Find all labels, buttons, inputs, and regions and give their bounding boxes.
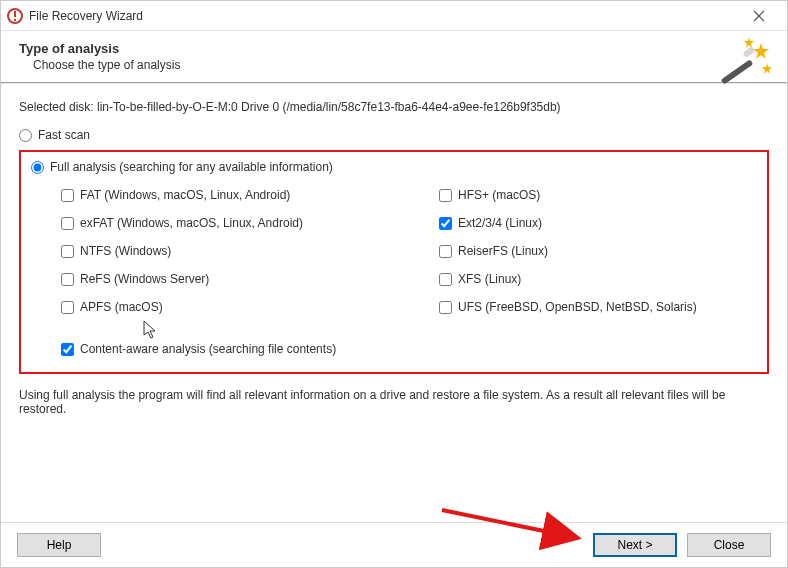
svg-marker-5 — [753, 43, 769, 59]
fs-refs-checkbox[interactable] — [61, 273, 74, 286]
wizard-header: Type of analysis Choose the type of anal… — [1, 31, 787, 82]
fs-reiserfs-checkbox[interactable] — [439, 245, 452, 258]
fs-reiserfs[interactable]: ReiserFS (Linux) — [439, 244, 757, 258]
fs-ufs-label: UFS (FreeBSD, OpenBSD, NetBSD, Solaris) — [458, 300, 697, 314]
fs-exfat-checkbox[interactable] — [61, 217, 74, 230]
wizard-window: File Recovery Wizard Type of analysis Ch… — [0, 0, 788, 568]
fast-scan-label: Fast scan — [38, 128, 90, 142]
fs-ext[interactable]: Ext2/3/4 (Linux) — [439, 216, 757, 230]
content-aware-label: Content-aware analysis (searching file c… — [80, 342, 336, 356]
fs-hfsplus-label: HFS+ (macOS) — [458, 188, 540, 202]
fs-apfs-checkbox[interactable] — [61, 301, 74, 314]
svg-rect-9 — [742, 46, 755, 58]
svg-rect-1 — [14, 11, 16, 17]
fs-refs[interactable]: ReFS (Windows Server) — [61, 272, 379, 286]
fs-ufs[interactable]: UFS (FreeBSD, OpenBSD, NetBSD, Solaris) — [439, 300, 757, 314]
titlebar: File Recovery Wizard — [1, 1, 787, 31]
full-analysis-label: Full analysis (searching for any availab… — [50, 160, 333, 174]
full-analysis-block: Full analysis (searching for any availab… — [19, 150, 769, 374]
app-icon — [7, 8, 23, 24]
fast-scan-option[interactable]: Fast scan — [19, 128, 769, 142]
fs-apfs-label: APFS (macOS) — [80, 300, 163, 314]
fs-xfs-checkbox[interactable] — [439, 273, 452, 286]
content-aware-checkbox[interactable] — [61, 343, 74, 356]
selected-disk-label: Selected disk: lin-To-be-filled-by-O-E-M… — [19, 100, 769, 114]
page-title: Type of analysis — [19, 41, 769, 56]
fs-apfs[interactable]: APFS (macOS) — [61, 300, 379, 314]
fs-reiserfs-label: ReiserFS (Linux) — [458, 244, 548, 258]
fs-xfs[interactable]: XFS (Linux) — [439, 272, 757, 286]
fs-exfat-label: exFAT (Windows, macOS, Linux, Android) — [80, 216, 303, 230]
fs-ext-checkbox[interactable] — [439, 217, 452, 230]
fs-hfsplus-checkbox[interactable] — [439, 189, 452, 202]
fs-fat[interactable]: FAT (Windows, macOS, Linux, Android) — [61, 188, 379, 202]
fs-fat-checkbox[interactable] — [61, 189, 74, 202]
content-area: Selected disk: lin-To-be-filled-by-O-E-M… — [1, 84, 787, 522]
fs-xfs-label: XFS (Linux) — [458, 272, 521, 286]
page-subtitle: Choose the type of analysis — [33, 58, 769, 72]
fast-scan-radio[interactable] — [19, 129, 32, 142]
fs-ntfs-label: NTFS (Windows) — [80, 244, 171, 258]
wizard-wand-icon — [715, 35, 771, 91]
fs-ufs-checkbox[interactable] — [439, 301, 452, 314]
svg-rect-2 — [14, 19, 16, 21]
fs-fat-label: FAT (Windows, macOS, Linux, Android) — [80, 188, 290, 202]
fs-refs-label: ReFS (Windows Server) — [80, 272, 209, 286]
full-analysis-radio[interactable] — [31, 161, 44, 174]
analysis-note: Using full analysis the program will fin… — [19, 388, 769, 416]
content-aware-option[interactable]: Content-aware analysis (searching file c… — [61, 342, 757, 356]
svg-rect-8 — [721, 59, 754, 85]
window-title: File Recovery Wizard — [29, 9, 739, 23]
svg-marker-6 — [744, 37, 754, 48]
fs-hfsplus[interactable]: HFS+ (macOS) — [439, 188, 757, 202]
fs-ext-label: Ext2/3/4 (Linux) — [458, 216, 542, 230]
close-icon[interactable] — [739, 2, 779, 30]
footer: Help Next > Close — [1, 522, 787, 567]
fs-ntfs[interactable]: NTFS (Windows) — [61, 244, 379, 258]
close-button[interactable]: Close — [687, 533, 771, 557]
help-button[interactable]: Help — [17, 533, 101, 557]
next-button[interactable]: Next > — [593, 533, 677, 557]
filesystem-grid: FAT (Windows, macOS, Linux, Android) HFS… — [61, 188, 757, 314]
fs-ntfs-checkbox[interactable] — [61, 245, 74, 258]
svg-marker-7 — [762, 63, 771, 74]
full-analysis-option[interactable]: Full analysis (searching for any availab… — [31, 160, 757, 174]
fs-exfat[interactable]: exFAT (Windows, macOS, Linux, Android) — [61, 216, 379, 230]
